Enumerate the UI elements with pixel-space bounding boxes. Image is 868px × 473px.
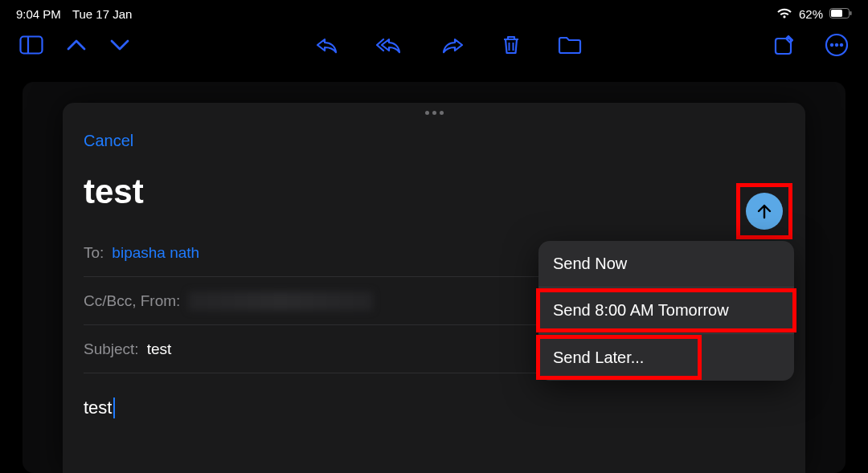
battery-icon <box>829 8 852 19</box>
to-label: To: <box>84 244 104 262</box>
menu-item-send-tomorrow[interactable]: Send 8:00 AM Tomorrow <box>538 287 794 334</box>
mail-toolbar <box>0 22 868 67</box>
compose-button[interactable] <box>773 34 796 56</box>
status-time: 9:04 PM <box>16 7 61 21</box>
move-to-folder-button[interactable] <box>558 35 582 55</box>
menu-item-label: Send 8:00 AM Tomorrow <box>553 301 729 320</box>
forward-button[interactable] <box>440 35 465 55</box>
sidebar-toggle-button[interactable] <box>19 35 43 55</box>
send-button-highlight <box>736 183 792 239</box>
ccbcc-label: Cc/Bcc, From: <box>84 292 180 310</box>
status-bar: 9:04 PM Tue 17 Jan 62% <box>0 0 868 22</box>
sheet-grabber[interactable] <box>422 111 446 115</box>
svg-point-11 <box>840 43 843 47</box>
body-text: test <box>84 398 112 418</box>
next-message-button[interactable] <box>109 38 130 52</box>
text-caret <box>113 398 115 418</box>
svg-rect-2 <box>850 11 852 15</box>
delete-button[interactable] <box>502 34 521 56</box>
cancel-button[interactable]: Cancel <box>84 132 133 150</box>
menu-item-label: Send Now <box>553 255 627 273</box>
arrow-up-icon <box>755 202 774 221</box>
svg-rect-3 <box>21 37 43 54</box>
compose-title: test <box>84 173 784 211</box>
reply-all-button[interactable] <box>376 35 403 55</box>
wifi-icon <box>776 8 792 19</box>
status-date: Tue 17 Jan <box>72 7 133 21</box>
menu-item-label: Send Later... <box>553 349 644 367</box>
more-button[interactable] <box>825 33 849 57</box>
prev-message-button[interactable] <box>66 38 87 52</box>
from-address-redacted <box>188 292 373 311</box>
subject-label: Subject: <box>84 340 139 358</box>
svg-rect-1 <box>831 10 842 17</box>
svg-point-10 <box>835 43 838 47</box>
svg-point-9 <box>830 43 833 47</box>
reply-button[interactable] <box>315 35 339 55</box>
to-recipient[interactable]: bipasha nath <box>112 244 199 262</box>
subject-value[interactable]: test <box>147 340 172 358</box>
send-options-popover: Send Now Send 8:00 AM Tomorrow Send Late… <box>538 241 794 381</box>
menu-item-send-later[interactable]: Send Later... <box>538 334 794 381</box>
menu-item-send-now[interactable]: Send Now <box>538 241 794 287</box>
send-button[interactable] <box>746 193 783 230</box>
status-battery-pct: 62% <box>799 7 823 21</box>
